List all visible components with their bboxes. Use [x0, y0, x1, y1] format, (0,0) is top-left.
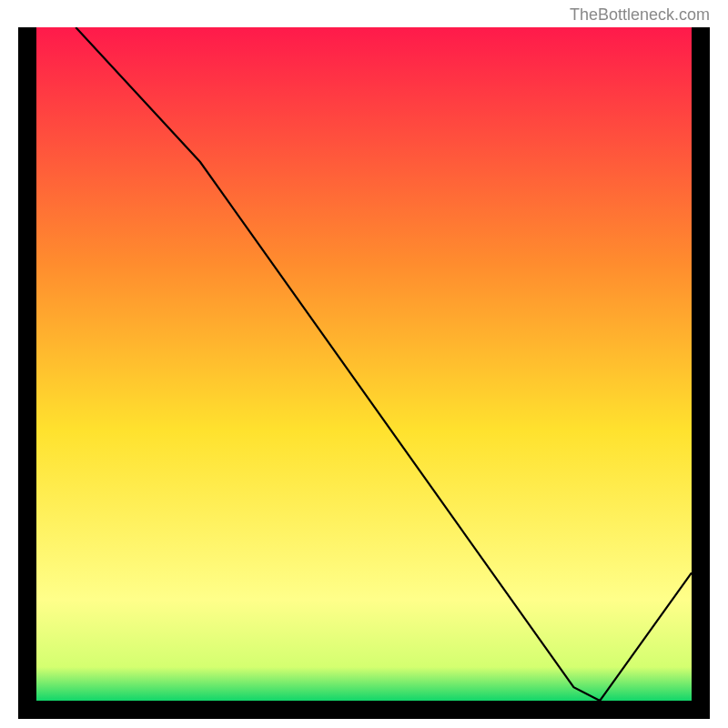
chart-frame	[18, 27, 710, 719]
chart-background	[36, 27, 692, 701]
chart-container: TheBottleneck.com	[0, 0, 728, 728]
chart-svg	[36, 27, 692, 701]
watermark-text: TheBottleneck.com	[570, 5, 710, 25]
chart-plot-area	[36, 27, 692, 701]
